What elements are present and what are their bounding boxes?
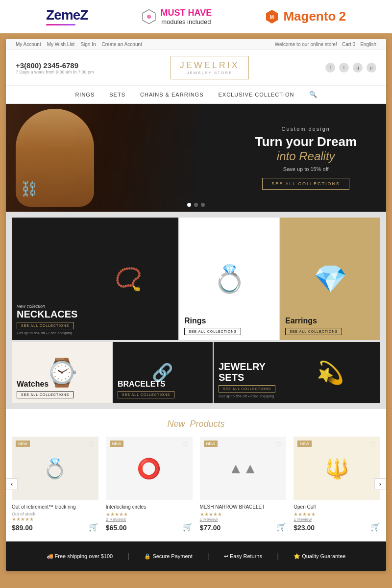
language-selector[interactable]: English	[360, 42, 376, 47]
nav-exclusive[interactable]: EXCLUSIVE COLLECTION	[218, 92, 294, 98]
product-cart-button-4[interactable]: 🛒	[370, 522, 380, 532]
hero-dot-3[interactable]	[201, 203, 205, 207]
product-card-2: New ♡ ⭕ Interlocking circles ★★★★★ 2 Rev…	[106, 437, 193, 532]
watches-cta-button[interactable]: SEE ALL COLLECTIONS	[17, 391, 74, 398]
musthave-top-label: MUST HAVE	[161, 8, 212, 18]
products-section: New Products ‹ New ♡ 💍 Out of retirement…	[6, 409, 386, 541]
product-price-3: $77.00	[200, 524, 221, 532]
product-name-2: Interlocking circles	[106, 504, 193, 510]
necklaces-cta-button[interactable]: SEE ALL COLLECTIONS	[17, 322, 74, 329]
top-nav-left: My Account My Wish List Sign In Create a…	[16, 42, 142, 47]
wish-list-link[interactable]: My Wish List	[47, 42, 75, 47]
watches-category: ⌚ Watches SEE ALL COLLECTIONS	[12, 342, 112, 403]
product-reviews-3[interactable]: 1 Review	[200, 517, 287, 522]
hero-dot-1[interactable]	[187, 203, 191, 207]
store-logo[interactable]: JEWELRIX Jewelry Store	[171, 56, 249, 79]
hero-subtitle: Custom design	[255, 126, 357, 132]
nav-rings[interactable]: RINGS	[75, 92, 95, 98]
product-wishlist-4[interactable]: ♡	[370, 441, 376, 448]
jewelry-sets-image: 💫	[280, 342, 380, 403]
zemes-underline	[46, 24, 75, 25]
phone-number: +3(800) 2345-6789	[16, 61, 94, 70]
musthave-bottom-label: modules included	[161, 18, 212, 25]
magento-badge: M Magento 2	[265, 9, 345, 24]
product-price-2: $65.00	[106, 524, 127, 532]
product-stars-1: ★★★★★	[12, 516, 98, 522]
product-badge-2: New	[110, 441, 124, 447]
product-card-3: New ♡ ▲▲ MESH NARROW BRACELET ★★★★★ 1 Re…	[200, 437, 287, 532]
carousel-next-button[interactable]: ›	[374, 478, 386, 490]
earrings-content: Earrings SEE ALL COLLECTIONS	[285, 317, 342, 335]
hero-cta-button[interactable]: SEE ALL COLLECTIONS	[262, 178, 349, 190]
google-plus-icon[interactable]: g	[353, 63, 363, 73]
jewelry-sets-category: 💫 JEWELRY SETS SEE ALL COLLECTIONS Get u…	[214, 342, 380, 403]
earrings-title: Earrings	[285, 317, 342, 325]
top-nav-right: Welcome to our online store! Cart 0 Engl…	[275, 42, 376, 47]
sign-in-link[interactable]: Sign In	[80, 42, 96, 47]
jewelry-sets-cta-button[interactable]: SEE ALL COLLECTIONS	[219, 385, 275, 392]
svg-text:M: M	[270, 15, 274, 20]
bracelets-content: Bracelets SEE ALL COLLECTIONS	[118, 380, 174, 398]
nav-sets[interactable]: SETS	[109, 92, 125, 98]
hexagon-icon	[141, 9, 157, 24]
hero-dot-2[interactable]	[194, 203, 198, 207]
header-phone: +3(800) 2345-6789 7 Days a week from 9:0…	[16, 61, 94, 74]
rings-title: Rings	[184, 317, 241, 325]
nav-chains-earrings[interactable]: CHAINS & EARRINGS	[140, 92, 203, 98]
pinterest-icon[interactable]: p	[367, 63, 376, 73]
product-name-1: Out of retirement™ block ring	[12, 504, 98, 510]
separator-3: |	[277, 552, 279, 561]
rings-cta-button[interactable]: SEE ALL COLLECTIONS	[184, 328, 241, 335]
earrings-cta-button[interactable]: SEE ALL COLLECTIONS	[285, 328, 342, 335]
product-stars-2: ★★★★★	[106, 512, 193, 517]
product-stars-3: ★★★★★	[200, 512, 287, 517]
product-wishlist-2[interactable]: ♡	[182, 441, 189, 448]
bottom-bar-item-1: 🚚 Free shipping over $100	[47, 553, 113, 560]
store-logo-sub: Jewelry Store	[180, 71, 240, 75]
bracelets-category: 🔗 Bracelets SEE ALL COLLECTIONS	[113, 342, 213, 403]
earrings-category: 💎 Earrings SEE ALL COLLECTIONS	[280, 218, 380, 340]
store-logo-box: JEWELRIX Jewelry Store	[171, 56, 249, 79]
search-icon[interactable]: 🔍	[309, 91, 317, 98]
products-title-italic: Products	[190, 419, 224, 429]
product-wishlist-3[interactable]: ♡	[276, 441, 282, 448]
welcome-text: Welcome to our online store!	[275, 42, 337, 47]
hero-content: Custom design Turn your Dream into Reali…	[255, 126, 357, 190]
jewelry-sets-title2: SETS	[219, 372, 275, 383]
bottom-bar-item-2: 🔒 Secure Payment	[144, 553, 192, 560]
product-reviews-2[interactable]: 2 Reviews	[106, 517, 193, 522]
cart-link[interactable]: Cart 0	[342, 42, 355, 47]
products-title-plain: New	[167, 419, 185, 429]
necklaces-content: New collection NECKLACES SEE ALL COLLECT…	[17, 304, 77, 335]
bottom-bar-item-3: ↩ Easy Returns	[224, 553, 262, 560]
create-account-link[interactable]: Create an Account	[102, 42, 142, 47]
product-cart-button-3[interactable]: 🛒	[276, 522, 286, 532]
hero-banner: ⛓️ Custom design Turn your Dream into Re…	[6, 104, 386, 212]
twitter-icon[interactable]: t	[339, 63, 349, 73]
bottom-bar-item-4: ⭐ Quality Guarantee	[294, 553, 345, 560]
carousel-prev-button[interactable]: ‹	[6, 478, 18, 490]
musthave-text: MUST HAVE modules included	[161, 8, 212, 25]
bracelets-cta-button[interactable]: SEE ALL COLLECTIONS	[118, 391, 174, 398]
jewelry-sets-title1: JEWELRY	[219, 361, 275, 372]
separator-1: |	[127, 552, 129, 561]
product-price-1: $89.00	[12, 524, 33, 532]
category-grid-bottom: ⌚ Watches SEE ALL COLLECTIONS 🔗 Bracelet…	[6, 341, 386, 409]
product-price-4: $23.00	[294, 524, 315, 532]
product-name-3: MESH NARROW BRACELET	[200, 504, 287, 510]
product-reviews-4[interactable]: 1 Review	[294, 517, 380, 522]
svg-point-1	[147, 15, 151, 19]
hero-title-2: into Reality	[255, 149, 357, 163]
main-nav: RINGS SETS CHAINS & EARRINGS EXCLUSIVE C…	[6, 86, 386, 104]
necklaces-offer: Get up to 5% off • Free shipping	[17, 331, 77, 335]
necklaces-category: 📿 New collection NECKLACES SEE ALL COLLE…	[12, 218, 178, 340]
zemes-logo-text: ZemeZ	[46, 7, 88, 23]
magento-icon: M	[265, 9, 279, 24]
badge-bar: ZemeZ MUST HAVE modules included M Magen…	[0, 0, 392, 33]
product-cart-button-2[interactable]: 🛒	[183, 522, 193, 532]
product-wishlist-1[interactable]: ♡	[88, 441, 95, 448]
product-name-4: Open Cuff	[294, 504, 380, 510]
product-cart-button-1[interactable]: 🛒	[89, 522, 98, 532]
my-account-link[interactable]: My Account	[16, 42, 41, 47]
facebook-icon[interactable]: f	[325, 63, 335, 73]
